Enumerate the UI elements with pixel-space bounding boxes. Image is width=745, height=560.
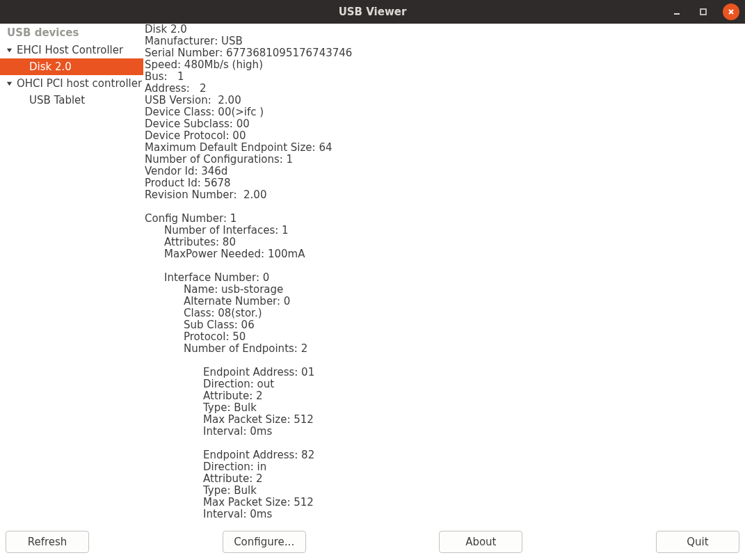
configure-button[interactable]: Configure... (223, 531, 306, 553)
detail-line: Endpoint Address: 01 (145, 367, 744, 378)
detail-line: USB Version: 2.00 (145, 95, 744, 106)
detail-line: Max Packet Size: 512 (145, 414, 744, 426)
detail-line: Address: 2 (145, 83, 744, 95)
detail-line: Type: Bulk (145, 485, 744, 497)
minimize-button[interactable] (670, 5, 684, 19)
detail-line: Endpoint Address: 82 (145, 449, 744, 461)
detail-line: Direction: out (145, 378, 744, 390)
detail-line: Speed: 480Mb/s (high) (145, 59, 744, 71)
detail-line: Maximum Default Endpoint Size: 64 (145, 142, 744, 154)
svg-marker-5 (6, 81, 11, 85)
detail-line: Number of Interfaces: 1 (145, 225, 744, 237)
detail-line: Protocol: 50 (145, 331, 744, 343)
detail-line: Device Subclass: 00 (145, 118, 744, 130)
device-tree[interactable]: EHCI Host ControllerDisk 2.0OHCI PCI hos… (0, 42, 143, 524)
detail-line: Product Id: 5678 (145, 177, 744, 189)
detail-line: Config Number: 1 (145, 213, 744, 225)
detail-line: Direction: in (145, 461, 744, 473)
content-area: USB devices EHCI Host ControllerDisk 2.0… (0, 24, 745, 524)
window-controls (670, 0, 739, 24)
detail-line: Device Protocol: 00 (145, 130, 744, 142)
titlebar: USB Viewer (0, 0, 745, 24)
detail-line (145, 438, 744, 449)
detail-line: Class: 08(stor.) (145, 307, 744, 319)
tree-row[interactable]: USB Tablet (0, 92, 143, 109)
about-button[interactable]: About (439, 531, 522, 553)
detail-line: Sub Class: 06 (145, 319, 744, 331)
detail-line: Attributes: 80 (145, 237, 744, 248)
detail-line: Attribute: 2 (145, 390, 744, 402)
button-bar: Refresh Configure... About Quit (0, 524, 745, 560)
detail-line: Attribute: 2 (145, 473, 744, 485)
detail-line: Disk 2.0 (145, 24, 744, 35)
device-tree-panel: USB devices EHCI Host ControllerDisk 2.0… (0, 24, 143, 524)
detail-line (145, 355, 744, 367)
close-button[interactable] (723, 3, 739, 20)
refresh-button[interactable]: Refresh (6, 531, 89, 553)
detail-line: Interval: 0ms (145, 509, 744, 520)
app-window: USB Viewer USB devices EHCI Host Control… (0, 0, 745, 560)
collapse-icon[interactable] (4, 45, 14, 55)
svg-rect-1 (700, 9, 706, 15)
detail-line: Number of Endpoints: 2 (145, 343, 744, 355)
device-detail-pane: Disk 2.0Manufacturer: USBSerial Number: … (143, 24, 745, 524)
tree-row-label: OHCI PCI host controller (17, 77, 142, 90)
tree-row[interactable]: OHCI PCI host controller (0, 75, 143, 92)
detail-line: Interface Number: 0 (145, 272, 744, 284)
detail-line: Manufacturer: USB (145, 35, 744, 47)
detail-line: Max Packet Size: 512 (145, 497, 744, 509)
detail-line: Revision Number: 2.00 (145, 189, 744, 201)
tree-row[interactable]: EHCI Host Controller (0, 42, 143, 58)
svg-marker-4 (6, 48, 11, 51)
maximize-button[interactable] (696, 5, 710, 19)
detail-line: Interval: 0ms (145, 426, 744, 438)
tree-row[interactable]: Disk 2.0 (0, 58, 143, 75)
tree-column-header[interactable]: USB devices (0, 24, 143, 42)
tree-row-label: USB Tablet (29, 94, 85, 106)
detail-line: Type: Bulk (145, 402, 744, 414)
tree-row-label: Disk 2.0 (29, 61, 72, 73)
detail-line: Alternate Number: 0 (145, 296, 744, 307)
detail-line: Device Class: 00(>ifc ) (145, 106, 744, 118)
detail-line (145, 260, 744, 272)
window-title: USB Viewer (0, 6, 745, 18)
detail-line: MaxPower Needed: 100mA (145, 248, 744, 260)
detail-line (145, 201, 744, 213)
detail-line: Bus: 1 (145, 71, 744, 83)
quit-button[interactable]: Quit (656, 531, 739, 553)
collapse-icon[interactable] (4, 79, 14, 88)
detail-line: Vendor Id: 346d (145, 166, 744, 177)
detail-line: Name: usb-storage (145, 284, 744, 296)
detail-line: Serial Number: 6773681095176743746 (145, 47, 744, 59)
detail-line: Number of Configurations: 1 (145, 154, 744, 166)
tree-row-label: EHCI Host Controller (17, 44, 123, 56)
